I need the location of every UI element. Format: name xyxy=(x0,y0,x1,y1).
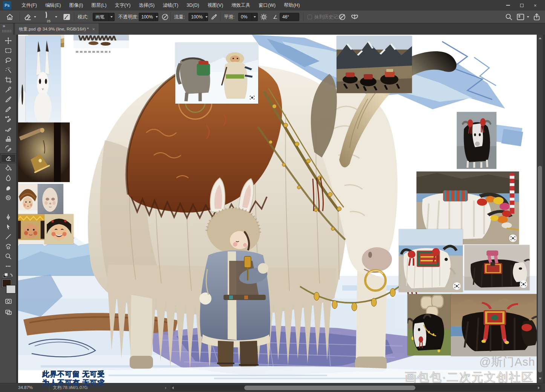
canvas-caption-text: 此界不可留 无可受 为人不可有 无可求 xyxy=(42,370,105,387)
share-button[interactable] xyxy=(533,11,540,23)
default-and-swap-colors[interactable] xyxy=(0,272,17,279)
brush-size-value: 25 xyxy=(43,19,54,23)
scroll-left-arrow[interactable] xyxy=(172,386,174,389)
brush-preset-picker[interactable]: 25 xyxy=(43,11,54,23)
menubar-item[interactable]: 增效工具 xyxy=(227,0,254,11)
screen-mode-button[interactable] xyxy=(0,307,17,317)
tool-preset-eraser[interactable] xyxy=(23,11,32,23)
horizontal-scroll-thumb[interactable] xyxy=(244,386,415,390)
photo-yak-carrying-sacks xyxy=(407,294,452,355)
scroll-down-arrow[interactable] xyxy=(539,378,542,380)
magic-wand-icon xyxy=(5,67,12,74)
document-tab[interactable]: 牧童.psd @ 34.9% (line, RGB/16#) * × xyxy=(15,23,99,35)
airbrush-button[interactable] xyxy=(210,11,218,23)
close-button[interactable]: × xyxy=(528,0,542,11)
pompom xyxy=(199,292,211,305)
menubar-item[interactable]: 编辑(E) xyxy=(41,0,65,11)
menubar-item[interactable]: 视图(V) xyxy=(203,0,227,11)
pressure-size-button[interactable] xyxy=(338,11,346,23)
quick-mask-mode-button[interactable] xyxy=(0,296,17,306)
type-tool[interactable] xyxy=(0,202,17,212)
flow-field[interactable]: 100% xyxy=(188,13,208,21)
mixer-brush-icon xyxy=(5,126,12,132)
color-replacement-brush-tool[interactable] xyxy=(0,114,17,124)
tool-options-bar: 25 模式: 画笔 不透明度: 100% 流量: 100% 平滑: xyxy=(0,11,545,23)
mode-select[interactable]: 画笔 xyxy=(93,13,115,21)
edit-toolbar-button[interactable]: ••• xyxy=(0,261,17,271)
lens-icon xyxy=(248,93,256,102)
workspace-chevron[interactable] xyxy=(527,11,529,23)
separator xyxy=(220,12,220,21)
opacity-field[interactable]: 100% xyxy=(139,13,158,21)
path-selection-tool[interactable] xyxy=(0,222,17,232)
brush-tool[interactable] xyxy=(0,95,17,104)
tab-close-icon[interactable]: × xyxy=(92,26,95,32)
selection-arrow-icon xyxy=(5,224,12,230)
minimize-button[interactable] xyxy=(501,0,515,11)
scroll-up-arrow[interactable] xyxy=(539,37,542,39)
smoothing-field[interactable]: 0% xyxy=(238,13,258,21)
menubar-item[interactable]: 窗口(W) xyxy=(254,0,280,11)
mixer-brush-tool[interactable] xyxy=(0,124,17,134)
home-button[interactable] xyxy=(6,11,14,23)
toggle-brush-settings-button[interactable] xyxy=(63,11,71,23)
search-button[interactable] xyxy=(505,11,513,23)
vertical-scrollbar[interactable] xyxy=(537,35,543,383)
rotate-view-tool[interactable] xyxy=(0,242,17,251)
home-icon xyxy=(6,13,14,21)
menubar-item[interactable]: 文件(F) xyxy=(17,0,41,11)
chevron-down-icon xyxy=(109,13,114,21)
workspace-icon xyxy=(516,13,525,21)
lasso-tool[interactable] xyxy=(0,55,17,65)
history-brush-tool[interactable] xyxy=(0,144,17,153)
workspace-switcher[interactable] xyxy=(516,11,525,23)
menubar: 文件(F)编辑(E)图像(I)图层(L)文字(Y)选择(S)滤镜(T)3D(D)… xyxy=(17,0,304,11)
line-tool[interactable] xyxy=(0,232,17,242)
maximize-button[interactable] xyxy=(515,0,528,11)
magic-wand-tool[interactable] xyxy=(0,65,17,75)
scroll-right-arrow[interactable] xyxy=(538,386,540,389)
sponge-tool[interactable] xyxy=(0,193,17,202)
rectangular-marquee-tool[interactable] xyxy=(0,46,17,55)
brush-picker-chevron[interactable] xyxy=(55,11,57,23)
menubar-item[interactable]: 滤镜(T) xyxy=(159,0,182,11)
vertical-scroll-thumb[interactable] xyxy=(538,166,542,372)
erase-to-history-checkbox[interactable] xyxy=(308,15,312,19)
zoom-level[interactable]: 34.87% xyxy=(18,383,33,392)
toolbar-collapse-header[interactable]: » xyxy=(0,23,14,35)
symmetry-butterfly-icon xyxy=(351,13,359,21)
paint-symmetry-button[interactable] xyxy=(351,11,359,23)
menubar-item[interactable]: 图层(L) xyxy=(87,0,110,11)
menubar-item[interactable]: 文字(Y) xyxy=(111,0,135,11)
horizontal-scrollbar[interactable] xyxy=(170,385,541,391)
menubar-item[interactable]: 3D(D) xyxy=(182,0,203,11)
paint-bucket-tool[interactable] xyxy=(0,163,17,173)
flow-label: 流量: xyxy=(174,11,185,23)
smudge-tool[interactable] xyxy=(0,183,17,193)
zoom-tool[interactable] xyxy=(0,251,17,261)
menubar-item[interactable]: 选择(S) xyxy=(135,0,159,11)
pencil-tool[interactable] xyxy=(0,104,17,114)
background-color-swatch[interactable] xyxy=(6,285,16,294)
document-info-expand[interactable]: › xyxy=(165,383,166,392)
double-chevron-icon: » xyxy=(3,23,5,29)
prayer-wheel xyxy=(244,256,251,268)
pen-tool[interactable] xyxy=(0,212,17,222)
eyedropper-tool[interactable] xyxy=(0,85,17,95)
photo-girl-with-crown xyxy=(18,214,44,244)
brush-angle-field[interactable]: 46° xyxy=(280,13,299,21)
tool-preset-chevron[interactable] xyxy=(34,11,36,23)
eraser-tool[interactable] xyxy=(0,153,17,163)
menubar-item[interactable]: 图像(I) xyxy=(65,0,87,11)
clone-stamp-tool[interactable] xyxy=(0,134,17,144)
move-tool[interactable] xyxy=(0,36,17,46)
blur-tool[interactable] xyxy=(0,173,17,183)
menubar-item[interactable]: 帮助(H) xyxy=(280,0,304,11)
smoothing-options-button[interactable] xyxy=(260,11,268,23)
document-canvas[interactable]: @斯门Ash 画包包·二次元文创社区 xyxy=(18,35,537,383)
photo-white-yak-ornate-blanket xyxy=(399,229,463,292)
lasso-icon xyxy=(5,57,12,64)
pressure-opacity-button[interactable] xyxy=(161,11,169,23)
brush-stroke-icon xyxy=(43,12,49,19)
crop-tool[interactable] xyxy=(0,75,17,85)
